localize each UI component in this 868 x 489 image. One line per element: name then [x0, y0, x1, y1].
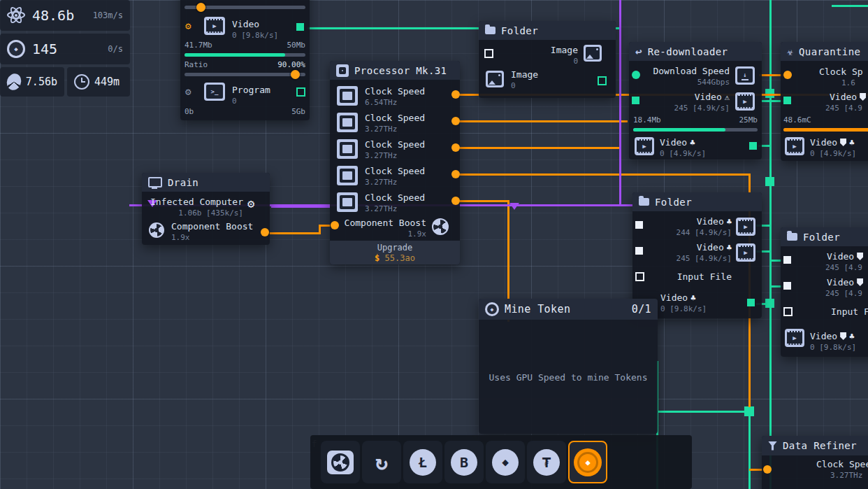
- mine-token-node[interactable]: ◆ Mine Token 0/1 Uses GPU Speed to mine …: [479, 299, 658, 434]
- quarantine-node[interactable]: ☣ Quarantine Clock Sp 1.6 Video♣ 245 [4.…: [781, 42, 868, 161]
- clock-input-port[interactable]: [763, 465, 772, 474]
- processor-title: Processor Mk.31: [354, 65, 447, 76]
- clock-value: 3.27THz: [365, 178, 397, 187]
- bitcoin-icon: B: [451, 449, 477, 476]
- boost-input-port[interactable]: [331, 221, 339, 229]
- folder-top-node[interactable]: Folder Image 0 Image 0: [479, 21, 616, 98]
- image-file-icon: [486, 71, 504, 87]
- dl-progress: [633, 128, 758, 132]
- drain-settings-gear-icon[interactable]: ⚙: [247, 199, 254, 208]
- video-input-port[interactable]: [632, 97, 639, 104]
- dr-clock-label: Clock Speed: [816, 459, 868, 469]
- fr-video1-label: Video: [827, 251, 863, 262]
- token-stat: ◆ 145 0/s: [0, 34, 130, 64]
- program-settings-gear-icon[interactable]: ⚙: [185, 87, 191, 97]
- fr-out-label: Video♣: [810, 331, 854, 341]
- video-output-port[interactable]: [749, 142, 757, 150]
- clock-output-port[interactable]: [451, 170, 460, 178]
- image-value: 0: [521, 57, 578, 66]
- clock-output-port[interactable]: [451, 90, 460, 99]
- ratio2-slider[interactable]: [185, 73, 305, 76]
- toolbar-refresh-button[interactable]: ↻: [362, 441, 401, 483]
- video-input-port[interactable]: [635, 247, 643, 255]
- infected-value: 1.06b [435k/s]: [170, 208, 243, 218]
- time-stat: 449m: [67, 67, 130, 97]
- video-output-port[interactable]: [747, 299, 755, 306]
- q-video-in-value: 245 [4.9: [825, 104, 862, 113]
- video-output-port[interactable]: [296, 23, 304, 31]
- clock-output-port[interactable]: [451, 143, 460, 152]
- program-output-port[interactable]: [296, 87, 305, 97]
- q-progress-label: 48.6mC: [783, 115, 811, 125]
- drain-header[interactable]: Drain: [142, 173, 270, 192]
- fm-video2-label: Video♣: [651, 242, 732, 253]
- file-input-port[interactable]: [783, 307, 793, 316]
- quarantine-header[interactable]: ☣ Quarantine: [781, 42, 868, 61]
- splitter-node[interactable]: Ratio 10.00% ⚙ ▶ Video 0 [9.8k/s] 41.7Mb…: [180, 0, 310, 120]
- video-input-port[interactable]: [783, 97, 791, 104]
- folder-icon: [787, 233, 797, 241]
- q-clock-label: Clock Sp: [819, 66, 863, 77]
- clock-output-port[interactable]: [451, 117, 460, 125]
- science-rate: 103m/s: [93, 10, 123, 20]
- folder-header[interactable]: Folder: [632, 192, 762, 211]
- program-row-value: 0: [232, 97, 237, 106]
- toolbar-token-button-selected[interactable]: ◆: [568, 441, 607, 483]
- clock-label: Clock Speed: [365, 113, 425, 123]
- video-input-port[interactable]: [783, 282, 791, 290]
- q-clock-value: 1.6: [841, 78, 855, 88]
- ratio2-slider-knob[interactable]: [291, 70, 300, 79]
- mine-token-header[interactable]: ◆ Mine Token 0/1: [479, 299, 658, 320]
- components-value: 7.56b: [26, 76, 57, 88]
- shield-icon: [840, 139, 846, 146]
- clock-input-port[interactable]: [783, 71, 792, 79]
- redownloader-header[interactable]: ↩ Re-downloader: [629, 42, 762, 61]
- image-input-port[interactable]: [484, 49, 493, 58]
- video-input-port[interactable]: [635, 221, 643, 229]
- q-video-in-label: Video♣: [830, 92, 868, 102]
- speed-input-port[interactable]: [632, 71, 640, 79]
- upgrade-button[interactable]: Upgrade $ 55.3ao: [330, 241, 460, 264]
- data-refiner-node[interactable]: Data Refiner Clock Speed 3.27THz: [762, 436, 868, 489]
- ratio-slider-knob[interactable]: [196, 3, 205, 12]
- cpu-icon: [337, 113, 358, 132]
- warning-icon: ⚠: [725, 93, 730, 101]
- fm-video1-value: 244 [4.9k/s]: [651, 228, 732, 238]
- video-settings-gear-icon[interactable]: ⚙: [185, 21, 191, 31]
- buffer-max: 50Mb: [287, 41, 306, 50]
- q-video-out-label: Video♣: [810, 137, 854, 148]
- game-canvas[interactable]: 48.6b 103m/s ◆ 145 0/s 7.56b 449m Ratio …: [0, 0, 868, 489]
- processor-header[interactable]: Processor Mk.31: [330, 61, 460, 80]
- mine-token-counter: 0/1: [632, 303, 651, 316]
- file-input-port[interactable]: [635, 272, 644, 281]
- ratio-slider[interactable]: [185, 6, 305, 9]
- clock-value: 3.27THz: [365, 125, 397, 134]
- mine-token-title: Mine Token: [505, 303, 570, 316]
- toolbar-gpu-fan-button[interactable]: [321, 441, 360, 483]
- components-stat: 7.56b: [0, 67, 64, 97]
- image-output-port[interactable]: [598, 76, 607, 85]
- redownloader-node[interactable]: ↩ Re-downloader Download Speed 544Gbps ↓…: [629, 42, 762, 160]
- toolbar-litecoin-button[interactable]: Ł: [403, 441, 442, 483]
- drain-node[interactable]: Drain Infected Computer 1.06b [435k/s] ⚙…: [142, 173, 270, 245]
- ratio-value: 10.00%: [277, 0, 305, 1]
- processor-node[interactable]: Processor Mk.31 Clock Speed 6.54THz Cloc…: [330, 61, 460, 264]
- download-speed-label: Download Speed: [650, 66, 730, 76]
- infected-computer-icon: [148, 177, 162, 187]
- toolbar-bitcoin-button[interactable]: B: [444, 441, 484, 483]
- toolbar-tether-button[interactable]: ₮: [527, 441, 566, 483]
- video-file-icon: ▶: [204, 17, 225, 35]
- download-icon: ↓: [735, 66, 755, 85]
- pie-icon: [4, 71, 23, 92]
- folder-right-node[interactable]: Folder Video 245 [4.9 Video 245 [4.9 Inp…: [781, 227, 868, 357]
- folder-header[interactable]: Folder: [781, 227, 868, 246]
- video-input-port[interactable]: [783, 256, 791, 264]
- clock-value: 3.27THz: [365, 151, 397, 161]
- folder-header[interactable]: Folder: [479, 21, 616, 40]
- toolbar-ethereum-button[interactable]: ◆: [486, 441, 525, 483]
- video-row-label: Video: [232, 19, 259, 29]
- clock-output-port[interactable]: [451, 197, 460, 205]
- cpu-icon: [337, 139, 358, 159]
- data-refiner-header[interactable]: Data Refiner: [762, 436, 868, 455]
- drain-boost-output-port[interactable]: [261, 228, 269, 236]
